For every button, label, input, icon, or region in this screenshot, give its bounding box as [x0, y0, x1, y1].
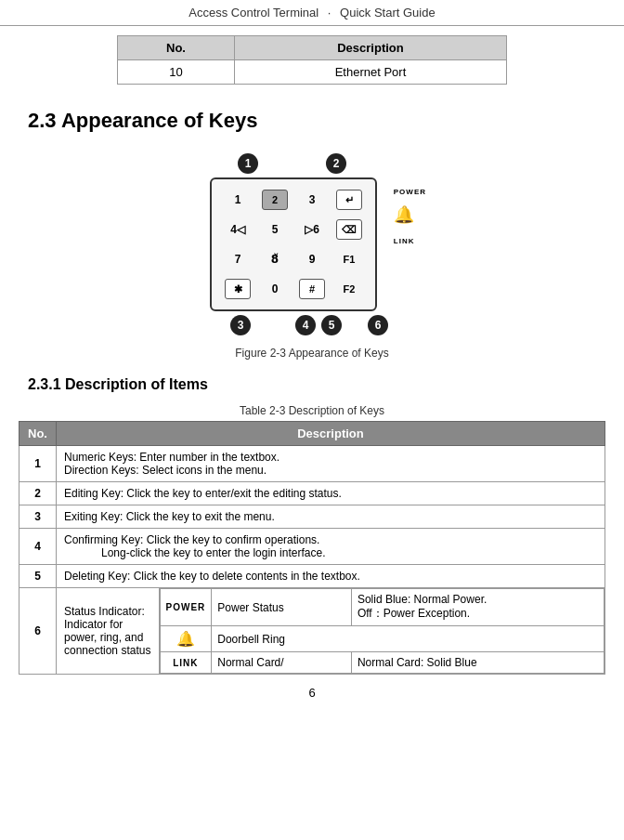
inner-row-power: POWER Power Status Solid Blue: Normal Po…	[160, 589, 604, 626]
inner-row-bell: 🔔 Doorbell Ring	[160, 626, 604, 652]
badge-6: 6	[368, 315, 388, 335]
header-title: Access Control Terminal	[188, 6, 318, 20]
top-table-desc: Ethernet Port	[234, 60, 506, 85]
row-3-no: 3	[20, 505, 57, 529]
table-row: 5 Deleting Key: Click the key to delete …	[20, 565, 605, 588]
key-1[interactable]: 1	[221, 193, 254, 206]
key-f2[interactable]: F2	[332, 283, 366, 295]
keypad-grid: 1 2 3 ↵ 4◁ 5 ▷6 ⌫ 7 8̌ 9 F1 ✱ 0 # F2	[221, 187, 366, 302]
key-backspace[interactable]: ⌫	[332, 219, 366, 240]
figure-caption: Figure 2-3 Appearance of Keys	[235, 347, 388, 360]
row-4-no: 4	[20, 529, 57, 565]
key-3[interactable]: 3	[295, 193, 329, 206]
key-9[interactable]: 9	[295, 253, 329, 266]
top-table-header-desc: Description	[234, 36, 506, 60]
link-status-cell: Normal Card/	[212, 652, 352, 674]
power-desc-cell: Solid Blue: Normal Power.Off：Power Excep…	[351, 589, 604, 626]
section-23-title: 2.3 Appearance of Keys	[0, 94, 624, 142]
keypad: 1 2 3 ↵ 4◁ 5 ▷6 ⌫ 7 8̌ 9 F1 ✱ 0 # F2	[210, 177, 377, 311]
section-231-title: 2.3.1 Description of Items	[0, 365, 624, 399]
key-0[interactable]: 0	[258, 282, 292, 295]
key-2[interactable]: 2	[258, 190, 292, 210]
table-row: 1 Numeric Keys: Enter number in the text…	[20, 446, 605, 482]
row-3-desc: Exiting Key: Click the key to exit the m…	[57, 505, 605, 529]
table-row: 10 Ethernet Port	[118, 60, 507, 85]
main-table-header-no: No.	[20, 422, 57, 446]
inner-table: POWER Power Status Solid Blue: Normal Po…	[160, 588, 605, 674]
bell-icon-cell: 🔔	[160, 626, 212, 652]
badge-5: 5	[321, 315, 342, 335]
bell-indicator: 🔔	[394, 206, 414, 223]
key-5[interactable]: 5	[258, 223, 292, 236]
figure-area: 1 2 1 2 3 ↵ 4◁ 5 ▷6 ⌫ 7 8̌ 9 F1	[0, 142, 624, 365]
table-row: 4 Confirming Key: Click the key to confi…	[20, 529, 605, 565]
main-table-wrapper: No. Description 1 Numeric Keys: Enter nu…	[0, 421, 624, 675]
row-1-desc: Numeric Keys: Enter number in the textbo…	[57, 446, 605, 482]
row-5-desc: Deleting Key: Click the key to delete co…	[57, 565, 605, 588]
page-header: Access Control Terminal · Quick Start Gu…	[0, 0, 624, 26]
badge-4: 4	[295, 315, 316, 335]
top-table: No. Description 10 Ethernet Port	[117, 35, 507, 85]
row-6-left-label: Status Indicator: Indicator for power, r…	[57, 588, 159, 674]
link-indicator: LINK	[394, 232, 415, 246]
badge-2: 2	[326, 153, 346, 174]
main-table: No. Description 1 Numeric Keys: Enter nu…	[19, 421, 605, 675]
key-star[interactable]: ✱	[221, 279, 254, 299]
table-row: 2 Editing Key: Click the key to enter/ex…	[20, 482, 605, 505]
table-caption: Table 2-3 Description of Keys	[0, 399, 624, 421]
power-status-cell: Power Status	[212, 589, 352, 626]
key-f1[interactable]: F1	[332, 254, 366, 265]
power-indicator: POWER	[394, 183, 426, 197]
top-table-no: 10	[118, 60, 235, 85]
page-number: 6	[0, 675, 624, 707]
row-2-no: 2	[20, 482, 57, 505]
badge-3: 3	[230, 315, 251, 335]
key-enter[interactable]: ↵	[332, 190, 366, 210]
table-row-6: 6 Status Indicator: Indicator for power,…	[20, 588, 605, 675]
key-hash[interactable]: #	[295, 279, 329, 299]
doorbell-label-cell: Doorbell Ring	[212, 626, 604, 652]
row-1-no: 1	[20, 446, 57, 482]
badge-1: 1	[238, 153, 258, 174]
row-4-desc: Confirming Key: Click the key to confirm…	[57, 529, 605, 565]
top-table-wrapper: No. Description 10 Ethernet Port	[0, 26, 624, 94]
header-separator: ·	[328, 6, 332, 20]
key-6r[interactable]: ▷6	[295, 223, 329, 236]
key-7[interactable]: 7	[221, 253, 254, 266]
link-desc-cell: Normal Card: Solid Blue	[351, 652, 604, 674]
key-8[interactable]: 8̌	[258, 253, 292, 266]
top-table-header-no: No.	[118, 36, 235, 60]
row-5-no: 5	[20, 565, 57, 588]
inner-row-link: LINK Normal Card/ Normal Card: Solid Blu…	[160, 652, 604, 674]
row-6-content: Status Indicator: Indicator for power, r…	[57, 588, 605, 675]
header-subtitle: Quick Start Guide	[340, 6, 436, 20]
link-label-cell: LINK	[160, 652, 212, 674]
row-6-no: 6	[20, 588, 57, 675]
main-table-header-desc: Description	[57, 422, 605, 446]
key-4l[interactable]: 4◁	[221, 223, 254, 236]
table-row: 3 Exiting Key: Click the key to exit the…	[20, 505, 605, 529]
power-label-cell: POWER	[160, 589, 212, 626]
row-2-desc: Editing Key: Click the key to enter/exit…	[57, 482, 605, 505]
keypad-outer: 1 2 1 2 3 ↵ 4◁ 5 ▷6 ⌫ 7 8̌ 9 F1	[182, 151, 442, 337]
